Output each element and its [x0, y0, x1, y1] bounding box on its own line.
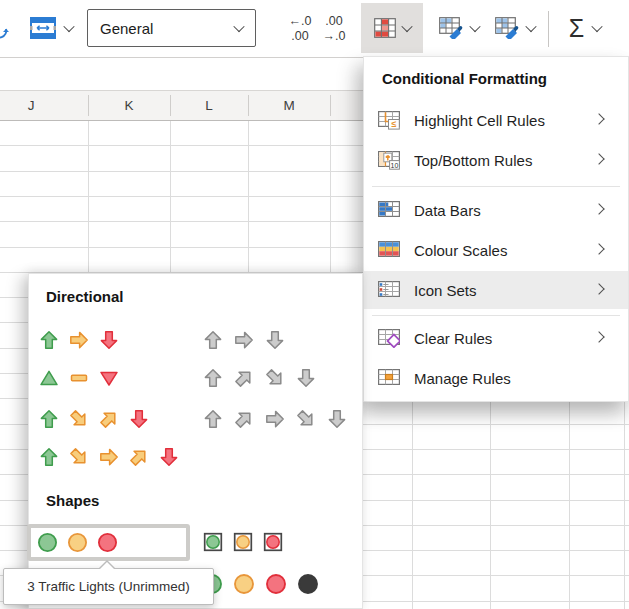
menu-separator [372, 186, 620, 187]
arrow-right-gray-icon [234, 330, 254, 350]
arrow-se-orange-icon [69, 409, 89, 429]
circle-amber-icon [67, 532, 88, 553]
directional-row [29, 447, 362, 469]
number-format-value: General [100, 20, 153, 37]
menu-item-label: Manage Rules [414, 370, 511, 387]
icon-set-option-4-traffic-lights[interactable] [201, 573, 319, 595]
merge-cells-icon [30, 17, 56, 39]
arrow-se-orange-icon [69, 447, 89, 467]
merge-cells-button[interactable] [27, 14, 75, 42]
directional-row [29, 330, 362, 352]
directional-row [29, 409, 362, 431]
icon-set-option-3-arrows-gray[interactable] [203, 330, 285, 350]
decrease-decimal-label: .00 [325, 14, 342, 29]
column-header-m[interactable]: M [269, 91, 309, 120]
format-as-table-button[interactable] [429, 3, 489, 53]
manage-rules-icon [377, 368, 401, 389]
chevron-down-icon [401, 21, 412, 32]
conditional-formatting-icon [374, 18, 396, 38]
arrow-down-red-icon [99, 330, 119, 350]
arrow-up-gray-icon [203, 368, 223, 388]
clear-rules-icon [377, 328, 401, 349]
sigma-icon: Σ [569, 16, 584, 41]
rimmed-red-icon [263, 532, 283, 552]
menu-item-label: Data Bars [414, 202, 481, 219]
circle-red-icon [97, 532, 118, 553]
cell-styles-icon [495, 17, 520, 39]
dash-orange-icon [69, 368, 89, 388]
arrow-up-green-icon [39, 409, 59, 429]
menu-item-clear-rules[interactable]: Clear Rules [364, 319, 628, 357]
ribbon-toolbar: General ←.0 .00 .00 →.0 [0, 0, 629, 58]
chevron-down-icon [469, 21, 480, 32]
decrease-decimal-label: →.0 [323, 29, 346, 44]
menu-item-top-bottom-rules[interactable]: 10Top/Bottom Rules [364, 141, 628, 179]
data-bars-icon [377, 200, 401, 221]
triangle-up-green-icon [39, 368, 59, 388]
icon-set-option-4-arrows-gray[interactable] [203, 368, 316, 388]
menu-item-label: Top/Bottom Rules [414, 152, 532, 169]
arrow-up-green-icon [39, 330, 59, 350]
menu-item-data-bars[interactable]: Data Bars [364, 191, 628, 229]
chevron-down-icon [592, 21, 603, 32]
number-format-dropdown[interactable]: General [87, 9, 256, 47]
menu-item-icon-sets[interactable]: Icon Sets [364, 271, 628, 309]
circle-amber-icon [233, 573, 255, 595]
format-as-table-icon [439, 17, 464, 39]
tooltip: 3 Traffic Lights (Unrimmed) [3, 568, 214, 605]
arrow-se-gray-icon [265, 368, 285, 388]
top-bottom-rules-icon: 10 [377, 150, 401, 171]
wrap-text-icon[interactable] [0, 22, 9, 42]
svg-text:≤: ≤ [391, 119, 396, 129]
decrease-decimal-button[interactable]: .00 →.0 [314, 10, 354, 48]
conditional-formatting-button[interactable] [361, 3, 423, 53]
circle-red-icon [265, 573, 287, 595]
column-header-l[interactable]: L [189, 91, 229, 120]
icon-set-option-3-traffic-lights-rimmed[interactable] [203, 532, 283, 552]
chevron-down-icon [233, 21, 244, 32]
column-separator [248, 95, 249, 116]
arrow-ne-orange-icon [129, 447, 149, 467]
arrow-down-red-icon [159, 447, 179, 467]
icon-set-option-5-arrows-gray[interactable] [203, 409, 347, 429]
icon-set-option-5-arrows-coloured[interactable] [39, 447, 179, 467]
column-header-k[interactable]: K [109, 91, 149, 120]
arrow-ne-gray-icon [234, 409, 254, 429]
chevron-down-icon [525, 21, 536, 32]
menu-item-label: Icon Sets [414, 282, 477, 299]
icon-set-option-4-arrows-coloured[interactable] [39, 409, 149, 429]
increase-decimal-label: .00 [291, 29, 308, 44]
menu-item-label: Colour Scales [414, 242, 507, 259]
icon-sets-icon [377, 280, 401, 301]
circle-green-icon [37, 532, 58, 553]
icon-set-option-3-triangles[interactable] [39, 368, 119, 388]
menu-item-manage-rules[interactable]: Manage Rules [364, 359, 628, 397]
autosum-button[interactable]: Σ [554, 3, 616, 53]
arrow-down-gray-icon [265, 330, 285, 350]
arrow-ne-gray-icon [234, 368, 254, 388]
submenu-chevron-icon [593, 283, 604, 294]
colour-scales-icon [377, 240, 401, 261]
submenu-chevron-icon [593, 331, 604, 342]
menu-item-highlight-cell-rules[interactable]: ≤Highlight Cell Rules [364, 101, 628, 139]
submenu-chevron-icon [593, 153, 604, 164]
menu-item-colour-scales[interactable]: Colour Scales [364, 231, 628, 269]
arrow-ne-orange-icon [99, 409, 119, 429]
arrow-right-gray-icon [265, 409, 285, 429]
arrow-up-gray-icon [203, 409, 223, 429]
rimmed-amber-icon [233, 532, 253, 552]
icon-set-option-3-arrows-coloured[interactable] [39, 330, 119, 350]
cell-styles-button[interactable] [485, 3, 545, 53]
increase-decimal-label: ←.0 [289, 14, 312, 29]
icon-set-option-3-traffic-lights-unrimmed[interactable] [27, 524, 190, 561]
column-separator [88, 95, 89, 116]
tooltip-text: 3 Traffic Lights (Unrimmed) [27, 579, 190, 594]
rimmed-green-icon [203, 532, 223, 552]
flyout-section-title-shapes: Shapes [46, 492, 99, 509]
excel-window: J K L M [0, 0, 629, 609]
triangle-down-red-icon [99, 368, 119, 388]
column-header-j[interactable]: J [11, 91, 51, 120]
gridline [624, 402, 625, 609]
arrow-se-gray-icon [296, 409, 316, 429]
arrow-right-orange-icon [99, 447, 119, 467]
